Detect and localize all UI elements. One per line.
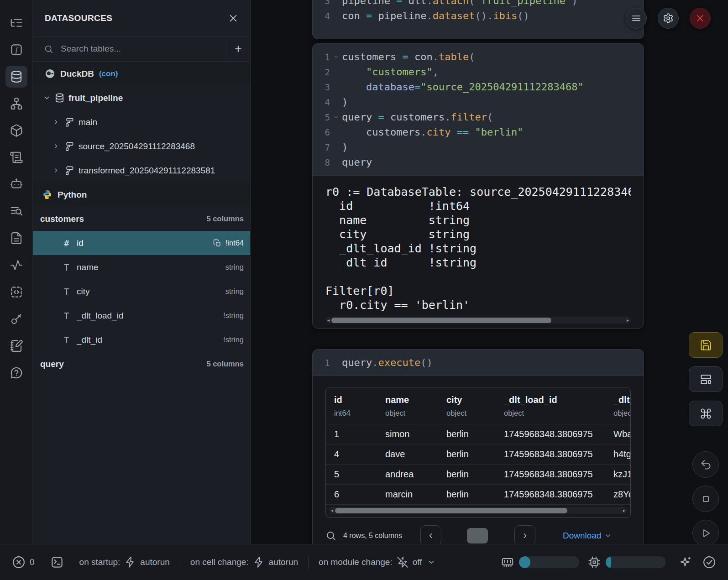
code-editor-execute[interactable]: 1query.execute() [313,350,644,376]
add-datasource-button[interactable]: + [226,37,250,61]
layout-button[interactable] [689,366,723,392]
code-line[interactable]: 3pipeline = dlt.attach("fruit_pipeline") [313,0,644,8]
table-row-query[interactable]: query5 columns [33,352,250,376]
column-header-type: object [504,409,605,418]
save-button[interactable] [689,332,723,358]
document-icon[interactable] [5,227,27,249]
column-row-city[interactable]: Tcitystring [33,279,250,303]
connection-row-duckdb[interactable]: DuckDB (con) [33,62,250,86]
column-header-type: object [446,409,496,418]
fold-chevron-icon[interactable] [330,114,342,120]
command-button[interactable] [689,401,723,426]
schema-row-transformed_202504291112283581[interactable]: transformed_202504291112283581 [33,158,250,183]
file-tree-icon[interactable] [5,12,27,34]
key-icon[interactable] [5,308,27,330]
table-cell: 1745968348.3806975 [496,449,605,460]
table-row-customers[interactable]: customers5 columns [33,207,250,231]
sparkles-icon[interactable] [679,555,692,569]
scrollbar-thumb[interactable] [335,508,567,513]
code-line[interactable]: 7) [313,140,644,155]
column-header-city[interactable]: cityobject [438,395,496,418]
on-cell-change-setting[interactable]: on cell change: autorun [190,556,298,568]
column-header-_dlt_load_id[interactable]: _dlt_load_idobject [496,395,605,418]
function-icon[interactable]: f [5,39,27,61]
next-page-button[interactable] [514,525,535,544]
column-header-name: _dlt_id [613,395,630,405]
panel-header: DATASOURCES [33,0,250,37]
column-header-name: name [385,395,438,405]
svg-text:f: f [15,46,18,54]
code-line[interactable]: 2 "customers", [313,64,644,79]
code-line[interactable]: 5query = customers.filter( [313,110,644,125]
terminal-icon[interactable] [50,555,64,569]
on-cell-change-value: autorun [269,557,298,567]
column-header-name[interactable]: nameobject [377,395,438,418]
code-line[interactable]: 4) [313,94,644,110]
chevron-right-icon [52,167,60,174]
error-count-indicator[interactable]: 0 [12,555,35,569]
database-row[interactable]: fruit_pipeline [33,86,250,110]
close-panel-icon[interactable] [228,13,238,23]
schema-row-main[interactable]: main [33,110,250,134]
package-icon[interactable] [5,120,27,141]
column-row-_dlt_load_id[interactable]: T_dlt_load_id!string [33,303,250,328]
on-module-change-setting[interactable]: on module change: off [319,556,435,568]
fold-chevron-icon[interactable] [330,54,342,60]
table-row[interactable]: 4daveberlin1745968348.3806975h4tg [326,444,630,465]
copy-icon[interactable] [213,239,221,247]
undo-button[interactable] [692,451,719,478]
previous-page-button[interactable] [420,525,441,544]
scroll-left-arrow-icon[interactable]: ◂ [327,317,330,323]
dependency-graph-icon[interactable] [5,93,27,115]
settings-button[interactable] [658,8,679,29]
shutdown-button[interactable] [690,8,711,29]
separator [308,555,309,569]
scroll-left-arrow-icon[interactable]: ◂ [331,507,333,513]
page-indicator[interactable] [467,528,488,543]
column-row-name[interactable]: Tnamestring [33,255,250,279]
code-line[interactable]: 1query.execute() [313,355,644,370]
log-search-icon[interactable] [5,200,27,222]
code-editor-setup[interactable]: 3pipeline = dlt.attach("fruit_pipeline")… [313,0,644,29]
column-header-id[interactable]: idint64 [326,395,377,418]
play-button[interactable] [692,520,719,544]
scroll-right-arrow-icon[interactable]: ▸ [623,507,625,513]
code-line[interactable]: 8query [313,155,644,170]
stop-button[interactable] [692,486,719,512]
table-row[interactable]: 5andreaberlin1745968348.3806975kzJ1 [326,465,630,485]
scrollbar-thumb[interactable] [331,318,551,323]
menu-button[interactable] [626,8,647,29]
on-startup-setting[interactable]: on startup: autorun [79,556,170,568]
scroll-right-arrow-icon[interactable]: ▸ [627,317,629,323]
code-snippet-icon[interactable] [5,281,27,303]
code-editor-query[interactable]: 1customers = con.table(2 "customers",3 d… [313,44,644,175]
horizontal-scrollbar[interactable]: ◂ ▸ [329,507,627,514]
help-icon[interactable] [5,362,27,384]
code-line[interactable]: 4con = pipeline.dataset().ibis() [313,8,644,23]
database-icon[interactable] [5,66,27,88]
notebook-pen-icon[interactable] [5,335,27,357]
python-section-row[interactable]: Python [33,183,250,207]
horizontal-scrollbar[interactable]: ◂ ▸ [325,317,631,324]
code-line[interactable]: 1customers = con.table( [313,49,644,64]
table-row[interactable]: 1simonberlin1745968348.3806975Wba [326,424,630,444]
column-header-type: object [613,409,630,418]
search-input[interactable] [60,43,226,54]
table-search-icon[interactable] [325,530,336,541]
table-cell: 6 [326,489,377,500]
activity-icon[interactable] [5,254,27,276]
schema-row-source_202504291112283468[interactable]: source_202504291112283468 [33,134,250,158]
code-text: pipeline = dlt.attach("fruit_pipeline") [342,0,578,6]
ai-bot-icon[interactable] [5,173,27,195]
code-text: "customers", [342,66,439,78]
code-line[interactable]: 6 customers.city == "berlin" [313,125,644,140]
table-row[interactable]: 6marcinberlin1745968348.3806975z8Yo [326,485,630,505]
download-link[interactable]: Download [563,531,612,541]
column-row-id[interactable]: #id!int64 [33,231,250,255]
column-row-_dlt_id[interactable]: T_dlt_id!string [33,328,250,352]
check-circle-icon[interactable] [702,555,716,569]
code-text: customers.city == "berlin" [342,126,523,138]
scroll-icon[interactable] [5,146,27,168]
code-line[interactable]: 3 database="source_202504291112283468" [313,79,644,94]
column-header-_dlt_id[interactable]: _dlt_idobject [605,395,630,418]
